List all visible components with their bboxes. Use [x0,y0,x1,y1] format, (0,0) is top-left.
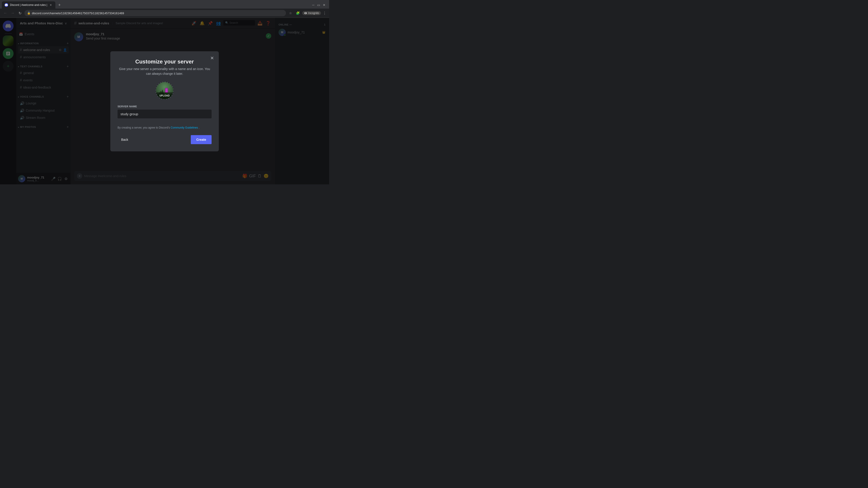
close-window-button[interactable]: ✕ [323,3,326,7]
create-button[interactable]: Create [191,135,212,144]
url-text: discord.com/channels/1182361456461750375… [32,11,283,15]
upload-overlay-label: UPLOAD [156,92,173,99]
address-bar-row: ← → ↻ 🔒 discord.com/channels/11823614564… [0,8,329,18]
incognito-badge: Incognito [302,11,321,15]
back-button[interactable]: ← [3,10,8,16]
modal-close-button[interactable]: ✕ [209,55,215,61]
modal-overlay: ✕ Customize your server Give your new se… [0,18,329,184]
customize-server-modal: ✕ Customize your server Give your new se… [110,51,219,151]
restore-button[interactable]: ▭ [317,3,320,7]
tab-close-button[interactable]: ✕ [49,3,53,7]
lock-icon: 🔒 [27,11,31,15]
modal-footer: Back Create [118,135,212,144]
hint-suffix: . [199,126,199,129]
tab-favicon [4,3,8,7]
server-name-input[interactable] [118,109,212,119]
address-bar-actions: ☆ 🧩 Incognito ⋮ [288,10,327,16]
server-name-form-group: SERVER NAME [118,105,212,119]
forward-button[interactable]: → [10,10,16,16]
browser-menu-button[interactable]: ⋮ [323,11,327,15]
discord-app: + Arts and Photos Here-Disc ∨ 📅 Events ▸… [0,18,329,184]
modal-subtitle: Give your new server a personality with … [118,67,212,76]
hint-text: By creating a server, you agree to Disco… [118,126,170,129]
refresh-button[interactable]: ↻ [17,10,23,16]
bookmark-button[interactable]: ☆ [288,10,293,16]
server-name-label: SERVER NAME [118,105,212,108]
back-button[interactable]: Back [118,136,132,143]
window-controls: ─ ▭ ✕ [312,3,327,7]
community-guidelines-link[interactable]: Community Guidelines [170,126,198,129]
server-icon-upload[interactable]: UPLOAD [156,82,174,100]
active-tab[interactable]: Discord | #welcome-and-rules | ✕ [2,1,55,8]
svg-rect-5 [165,88,168,92]
address-bar[interactable]: 🔒 discord.com/channels/11823614564617503… [24,10,286,16]
new-tab-button[interactable]: + [56,2,63,8]
browser-chrome: Discord | #welcome-and-rules | ✕ + ─ ▭ ✕… [0,0,329,18]
incognito-label: Incognito [308,11,319,15]
form-hint: By creating a server, you agree to Disco… [118,126,212,130]
tab-title: Discord | #welcome-and-rules | [10,3,47,6]
modal-title: Customize your server [135,59,194,65]
extension-button[interactable]: 🧩 [295,10,301,16]
tab-bar: Discord | #welcome-and-rules | ✕ + ─ ▭ ✕ [0,0,329,8]
minimize-button[interactable]: ─ [312,3,314,7]
